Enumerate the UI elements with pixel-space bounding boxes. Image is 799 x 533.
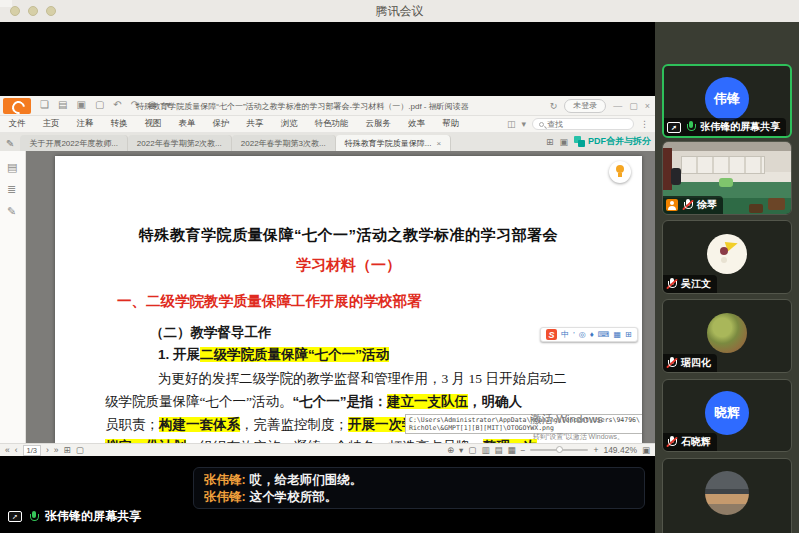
save-icon[interactable]: ▤ [58,99,67,110]
layout-book-icon[interactable]: ▦ [507,445,515,455]
pdf-statusbar: « ‹ 1/3 › » ⊞ ▢ ⊕ ▾ ▢ ▥ ▤ ▦ − + 149.42% … [0,443,655,456]
body-line-4-highlight1: 构建一套体系 [159,417,240,432]
menu-share[interactable]: 共享 [238,118,272,130]
page-single-icon[interactable]: ▢ [76,445,84,455]
zoom-level[interactable]: 149.42% [603,445,637,455]
menu-features[interactable]: 特色功能 [306,118,357,130]
thumbnails-panel-icon[interactable]: ▤ [7,161,17,174]
minimize-icon[interactable]: — [613,101,622,111]
ime-chinese-mode-icon[interactable]: 中 [561,331,569,339]
menu-home[interactable]: 主页 [34,118,68,130]
caption-text-1: 哎，给老师们围绕。 [250,473,363,487]
next-page-icon[interactable]: › [46,445,49,455]
layout-single-icon[interactable]: ▢ [468,445,476,455]
layout-facing-icon[interactable]: ▤ [494,445,502,455]
zoom-dropdown-icon[interactable]: ▾ [459,445,463,455]
participant-tile-shixiaohui[interactable]: 晓辉 石晓辉 [662,379,792,452]
prev-page-icon[interactable]: ‹ [15,445,18,455]
zoom-slider-knob[interactable] [556,446,563,453]
participants-sidebar: 伟锋 ➚ 张伟锋的屏幕共享 徐琴 [655,22,799,533]
menu-file[interactable]: 文件 [0,118,34,130]
close-icon[interactable]: × [645,101,650,111]
fullscreen-icon[interactable]: ▣ [642,445,650,455]
pdf-left-rail: ▤ ≣ ✎ [0,151,26,443]
first-page-icon[interactable]: « [5,445,10,455]
ime-keyboard-icon[interactable]: ⌨ [598,331,610,339]
participant-tile-xuqin[interactable]: 徐琴 [662,141,792,215]
participant-tile-wujiangwen[interactable]: 吴江文 [662,220,792,294]
assistant-lightbulb-button[interactable] [609,161,631,183]
page-number-field[interactable]: 1/3 [23,445,41,456]
search-input[interactable] [547,120,627,129]
sogou-logo-icon[interactable]: S [546,329,557,340]
single-view-icon[interactable]: ▣ [559,137,568,147]
menu-help[interactable]: 帮助 [434,118,468,130]
zoom-slider[interactable] [530,449,588,451]
zoom-window-icon[interactable] [46,6,56,16]
participant-label: 吴江文 [663,275,717,293]
minimize-window-icon[interactable] [28,6,38,16]
ime-toolbox-icon[interactable]: ▦ [613,331,621,339]
zoom-out-icon[interactable]: − [520,445,525,455]
body-line-3-seg1: 级学院质量保障“七个一”活动。 [105,394,292,409]
mic-muted-icon [682,199,693,211]
participant-tile-jusihua[interactable]: 琚四化 [662,299,792,373]
last-page-icon[interactable]: » [54,445,59,455]
doc-tab-1[interactable]: 关于开展2022年度教师... [20,135,127,151]
participant-tile-partial[interactable] [662,458,792,533]
menu-comment[interactable]: 注释 [68,118,102,130]
zoom-controls: ⊕ ▾ ▢ ▥ ▤ ▦ − + 149.42% ▣ [447,445,650,455]
more-options-icon[interactable]: ⋮ [640,119,649,129]
live-captions-panel: 张伟锋:哎，给老师们围绕。 张伟锋:这个学校所部。 [193,467,645,509]
doc-tab-2[interactable]: 2022年春学期第2次教... [128,135,232,151]
bookmarks-panel-icon[interactable]: ≣ [7,183,16,196]
menu-cloud[interactable]: 云服务 [357,118,400,130]
sync-icon[interactable]: ↻ [550,101,558,111]
pdf-merge-split-button[interactable]: PDF合并与拆分 [574,135,651,148]
ime-punctuation-icon[interactable]: ’ [573,331,575,339]
annotate-pen-icon[interactable]: ✎ [6,138,14,149]
zoom-in-icon[interactable]: + [593,445,598,455]
find-box[interactable] [532,118,634,130]
participant-tile-weifeng[interactable]: 伟锋 ➚ 张伟锋的屏幕共享 [662,64,792,138]
body-line-1: 1. 开展二级学院质量保障“七个一”活动 [158,346,389,364]
pdf-content-area: ▤ ≣ ✎ 特殊教育学院质量保障“七个一”活动之教学标准的学习部署会 学习材料（… [0,151,655,443]
participant-label: 徐琴 [663,196,723,214]
windows-activation-watermark-sub: 转到“设置”以激活 Windows。 [533,432,624,442]
view-mode-icon[interactable]: ◫ [507,119,516,129]
page-grid-icon[interactable]: ⊞ [64,445,71,455]
menu-efficiency[interactable]: 效率 [400,118,434,130]
video-chair [768,198,785,210]
sogou-ime-toolbar[interactable]: S 中 ’ ◎ ♦ ⌨ ▦ ⊞ [540,327,638,342]
foxit-logo-icon[interactable] [3,98,31,114]
open-file-icon[interactable]: ❏ [40,99,49,110]
close-window-icon[interactable] [10,6,20,16]
avatar [707,313,747,353]
grid-view-icon[interactable]: ⊞ [546,137,554,147]
hand-tool-icon[interactable]: ⊕ [447,445,454,455]
doc-tab-4-active[interactable]: 特殊教育学院质量保障... × [336,135,451,151]
layout-continuous-icon[interactable]: ▥ [481,445,489,455]
search-icon [539,122,544,127]
tab-close-icon[interactable]: × [436,139,441,148]
ime-skin-icon[interactable]: ⊞ [625,331,632,339]
view-mode-dropdown-icon[interactable]: ▾ [521,119,526,129]
ime-voice-icon[interactable]: ♦ [590,331,594,339]
menu-view[interactable]: 视图 [136,118,170,130]
doc-tab-3[interactable]: 2022年春学期第3次教... [232,135,336,151]
screen-share-banner: ➚ 张伟锋的屏幕共享 [8,508,141,525]
menu-convert[interactable]: 转换 [102,118,136,130]
annotations-panel-icon[interactable]: ✎ [7,205,16,218]
print-icon[interactable]: ▣ [76,99,85,110]
macos-titlebar: 腾讯会议 [0,0,799,22]
menu-form[interactable]: 表单 [170,118,204,130]
new-page-icon[interactable]: ▢ [95,99,104,110]
screen-share-icon: ➚ [667,122,681,133]
menu-browse[interactable]: 浏览 [272,118,306,130]
maximize-icon[interactable]: ▢ [629,101,638,111]
login-button[interactable]: 未登录 [564,99,606,113]
body-line-4-seg2: ，完善监控制度； [240,417,348,432]
menu-protect[interactable]: 保护 [204,118,238,130]
ime-emoji-icon[interactable]: ◎ [579,331,586,339]
tencent-meeting-window: 腾讯会议 ❏ ▤ ▣ ▢ ↶ ↷ ◉ ▾ 特殊教育学院质量保障“七个一”活动之教… [0,0,799,533]
